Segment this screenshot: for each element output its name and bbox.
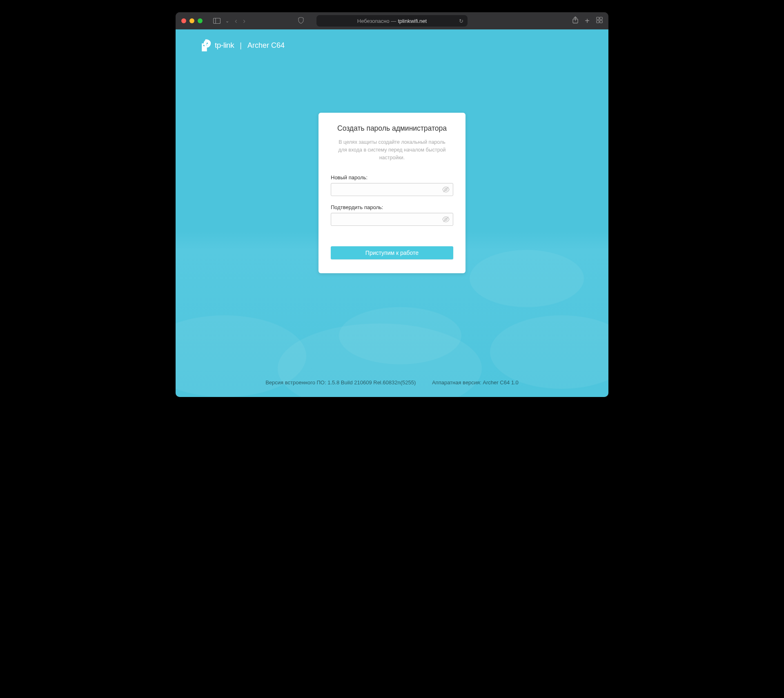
svg-rect-0: [214, 18, 220, 24]
toolbar-right: +: [572, 16, 603, 26]
page-footer: Версия встроенного ПО: 1.5.8 Build 21060…: [176, 379, 608, 386]
start-button[interactable]: Приступим к работе: [331, 246, 453, 259]
traffic-lights: [181, 18, 203, 23]
sidebar-icon: [213, 18, 220, 24]
privacy-shield-icon[interactable]: [298, 17, 304, 25]
sidebar-toggle-button[interactable]: [212, 16, 221, 25]
model-name: Archer C64: [247, 41, 285, 50]
firmware-version: Версия встроенного ПО: 1.5.8 Build 21060…: [265, 379, 416, 386]
page-content: tp-link | Archer C64 Создать пароль адми…: [176, 29, 608, 397]
svg-rect-4: [600, 17, 602, 20]
new-tab-button[interactable]: +: [585, 16, 590, 26]
confirm-password-input[interactable]: [331, 213, 453, 226]
back-button[interactable]: ‹: [233, 17, 239, 25]
new-password-input[interactable]: [331, 183, 453, 196]
page-header: tp-link | Archer C64: [176, 29, 608, 51]
svg-rect-8: [202, 46, 206, 51]
confirm-password-group: Подтвердить пароль:: [331, 204, 453, 226]
new-password-group: Новый пароль:: [331, 174, 453, 196]
card-title: Создать пароль администратора: [331, 124, 453, 133]
svg-rect-6: [600, 20, 602, 23]
forward-button[interactable]: ›: [241, 17, 247, 25]
confirm-password-label: Подтвердить пароль:: [331, 204, 453, 210]
chevron-down-icon[interactable]: ⌄: [224, 18, 231, 24]
brand-logo: tp-link: [200, 39, 234, 51]
toggle-password-visibility-icon[interactable]: [442, 185, 450, 194]
tplink-logo-icon: [200, 39, 212, 51]
browser-window: ⌄ ‹ › Небезопасно — tplinkwifi.net ↻ +: [176, 12, 608, 397]
address-host: tplinkwifi.net: [398, 18, 427, 24]
tab-overview-button[interactable]: [596, 17, 603, 25]
svg-rect-3: [597, 17, 599, 20]
setup-card: Создать пароль администратора В целях за…: [318, 113, 466, 273]
address-bar[interactable]: Небезопасно — tplinkwifi.net ↻: [316, 15, 468, 27]
nav-buttons: ⌄ ‹ ›: [212, 16, 247, 25]
brand-name: tp-link: [215, 41, 234, 50]
security-status: Небезопасно —: [357, 18, 396, 24]
card-subtitle: В целях защиты создайте локальный пароль…: [331, 138, 453, 161]
window-maximize-button[interactable]: [198, 18, 203, 23]
share-button[interactable]: [572, 16, 578, 25]
window-minimize-button[interactable]: [189, 18, 194, 23]
titlebar: ⌄ ‹ › Небезопасно — tplinkwifi.net ↻ +: [176, 12, 608, 29]
reload-button[interactable]: ↻: [459, 18, 463, 24]
new-password-label: Новый пароль:: [331, 174, 453, 181]
hardware-version: Аппаратная версия: Archer C64 1.0: [432, 379, 519, 386]
window-close-button[interactable]: [181, 18, 186, 23]
header-divider: |: [240, 41, 242, 50]
toggle-confirm-visibility-icon[interactable]: [442, 215, 450, 223]
svg-rect-5: [597, 20, 599, 23]
